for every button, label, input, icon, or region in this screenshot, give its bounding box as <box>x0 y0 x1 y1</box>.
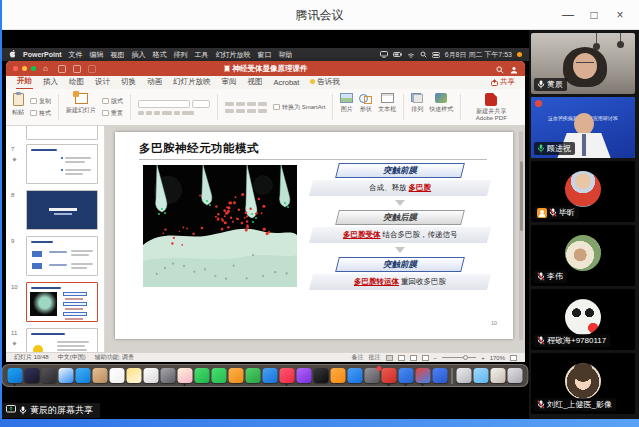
dock-icon-meeting-app[interactable] <box>381 368 396 383</box>
traffic-zoom-icon[interactable] <box>31 66 36 71</box>
participant-tile-bixin[interactable]: 毕昕 <box>531 161 635 222</box>
tab-draw[interactable]: 绘图 <box>68 76 85 89</box>
slide-thumb-8[interactable] <box>26 190 98 230</box>
font-size-combobox[interactable] <box>192 100 210 108</box>
copy-button[interactable]: 复制 <box>30 97 51 106</box>
close-button[interactable]: × <box>607 8 633 22</box>
dock-icon-messages[interactable] <box>194 368 209 383</box>
zoom-level[interactable]: 170% <box>490 355 505 361</box>
participant-tile-gujinzhu[interactable]: 泛血管疾病超声临床应用研讨班 顾进祝 <box>531 97 635 158</box>
dock-icon-music[interactable] <box>279 368 294 383</box>
dock-icon-facetime[interactable] <box>211 368 226 383</box>
dock-icon-app-store[interactable] <box>347 368 362 383</box>
dock-icon-pages[interactable] <box>228 368 243 383</box>
menu-view[interactable]: 视图 <box>111 50 125 60</box>
account-icon[interactable] <box>510 60 518 78</box>
menu-tools[interactable]: 工具 <box>195 50 209 60</box>
shape-button[interactable]: 形状 <box>359 91 372 123</box>
tab-review[interactable]: 审阅 <box>221 76 238 89</box>
slide-scrollbar[interactable] <box>519 131 523 340</box>
menu-arrange[interactable]: 排列 <box>174 50 188 60</box>
dock-icon-safari[interactable] <box>58 368 73 383</box>
menu-file[interactable]: 文件 <box>69 50 83 60</box>
paste-button[interactable]: 粘贴 <box>12 91 24 123</box>
menu-format[interactable]: 格式 <box>153 50 167 60</box>
font-style-buttons[interactable] <box>138 111 194 115</box>
share-button[interactable]: 共享 <box>491 77 515 87</box>
format-painter-button[interactable]: 格式 <box>30 109 51 118</box>
notes-button[interactable]: 备注 <box>352 353 364 362</box>
smartart-button[interactable]: 转换为 SmartArt <box>273 103 325 112</box>
redo-icon[interactable] <box>88 65 96 73</box>
comments-button[interactable]: 批注 <box>369 353 381 362</box>
arrange-button[interactable]: 排列 <box>411 91 423 123</box>
search-icon[interactable] <box>496 60 504 78</box>
tab-acrobat[interactable]: Acrobat <box>273 77 301 89</box>
dock-icon-launchpad[interactable] <box>41 368 56 383</box>
dock-icon-reminders[interactable] <box>143 368 158 383</box>
adobe-pdf-button[interactable]: 新建并共享 Adobe PDF <box>468 91 514 123</box>
dock-icon-mail[interactable] <box>75 368 90 383</box>
dock-icon-chrome[interactable] <box>415 368 430 383</box>
traffic-close-icon[interactable] <box>13 66 18 71</box>
dock-icon-photos[interactable] <box>177 368 192 383</box>
dock-icon-downloads-folder[interactable] <box>473 368 488 383</box>
dock-icon-system-preferences[interactable] <box>160 368 175 383</box>
menu-edit[interactable]: 编辑 <box>90 50 104 60</box>
dock-icon-finder[interactable] <box>7 368 22 383</box>
zoom-out-button[interactable]: − <box>434 355 438 361</box>
dock-icon-siri[interactable] <box>24 368 39 383</box>
participant-tile-huangchen[interactable]: 黄辰 <box>531 33 635 94</box>
textbox-button[interactable]: 文本框 <box>378 91 396 123</box>
control-center-icon[interactable] <box>432 52 440 58</box>
battery-icon[interactable] <box>393 52 402 57</box>
dock-icon-books[interactable] <box>330 368 345 383</box>
dock-icon-notes[interactable] <box>126 368 141 383</box>
font-name-combobox[interactable] <box>138 100 190 108</box>
slide-thumb-6[interactable] <box>26 126 98 140</box>
language-indicator[interactable]: 中文(中国) <box>58 353 86 362</box>
menu-help[interactable]: 帮助 <box>279 50 293 60</box>
slide-thumb-11[interactable] <box>26 328 98 352</box>
reading-view-icon[interactable] <box>410 355 417 361</box>
dock-icon-calendar[interactable] <box>109 368 124 383</box>
slide-thumb-9[interactable] <box>26 236 98 276</box>
participant-tile-liuhong[interactable]: 刘红_上健医_影像 <box>531 353 635 414</box>
menubar-clock[interactable]: 6月8日 周二 下午7:53 <box>445 50 512 60</box>
participant-tile-chengjinghai[interactable]: 程敬海+9780117 <box>531 289 635 350</box>
tab-slideshow[interactable]: 幻灯片放映 <box>172 76 212 89</box>
slide-thumb-7[interactable] <box>26 144 98 184</box>
normal-view-icon[interactable] <box>386 355 393 361</box>
picture-button[interactable]: 图片 <box>340 91 353 123</box>
traffic-minimize-icon[interactable] <box>22 66 27 71</box>
participant-tile-liwei[interactable]: 李伟 <box>531 225 635 286</box>
slideshow-view-icon[interactable] <box>422 355 429 361</box>
dock-icon-wallet[interactable] <box>432 368 447 383</box>
minimize-button[interactable]: — <box>555 8 581 22</box>
tab-home[interactable]: 开始 <box>16 75 33 89</box>
apple-logo-icon[interactable] <box>9 50 16 59</box>
menubar-app-name[interactable]: PowerPoint <box>23 51 62 58</box>
slide-sorter-view-icon[interactable] <box>398 355 405 361</box>
dock-icon-keynote[interactable] <box>262 368 277 383</box>
slide-thumb-10-selected[interactable] <box>26 282 98 322</box>
align-buttons[interactable] <box>225 109 267 113</box>
undo-icon[interactable] <box>73 65 81 73</box>
dock-icon-tv[interactable] <box>313 368 328 383</box>
new-slide-button[interactable]: 新建幻灯片 <box>66 91 96 123</box>
fit-to-window-icon[interactable] <box>510 355 517 361</box>
dock-icon-settings-update[interactable] <box>364 368 379 383</box>
spotlight-search-icon[interactable] <box>420 51 427 58</box>
tab-transitions[interactable]: 切换 <box>120 76 137 89</box>
reset-button[interactable]: 重置 <box>102 109 123 118</box>
dock-icon-numbers[interactable] <box>245 368 260 383</box>
maximize-button[interactable]: □ <box>581 8 607 22</box>
tab-tell-me[interactable]: 告诉我 <box>309 76 341 89</box>
dock-icon-contacts[interactable] <box>92 368 107 383</box>
tab-view[interactable]: 视图 <box>247 76 264 89</box>
tab-animations[interactable]: 动画 <box>146 76 163 89</box>
menu-insert[interactable]: 插入 <box>132 50 146 60</box>
home-icon[interactable]: ⌂ <box>43 65 51 73</box>
dock-icon-podcasts[interactable] <box>296 368 311 383</box>
dock-icon-trash[interactable] <box>507 368 522 383</box>
